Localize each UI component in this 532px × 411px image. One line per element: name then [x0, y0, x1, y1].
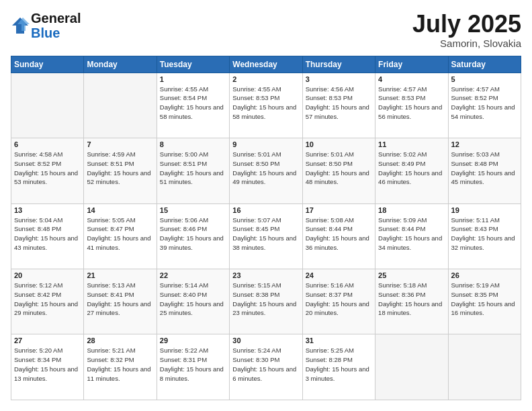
day-number: 24: [306, 271, 372, 279]
cell-info: Sunrise: 4:56 AMSunset: 8:53 PMDaylight:…: [306, 85, 372, 122]
table-row: 17Sunrise: 5:08 AMSunset: 8:44 PMDayligh…: [302, 203, 375, 269]
table-row: 20Sunrise: 5:12 AMSunset: 8:42 PMDayligh…: [11, 269, 84, 334]
cell-info: Sunrise: 5:16 AMSunset: 8:37 PMDaylight:…: [306, 281, 372, 318]
title-block: July 2025 Samorin, Slovakia: [412, 11, 521, 49]
cell-info: Sunrise: 5:24 AMSunset: 8:30 PMDaylight:…: [232, 346, 299, 383]
table-row: [11, 73, 84, 138]
cell-info: Sunrise: 5:21 AMSunset: 8:32 PMDaylight:…: [87, 346, 153, 383]
day-number: 5: [451, 75, 518, 83]
day-number: 18: [378, 206, 445, 214]
table-row: 28Sunrise: 5:21 AMSunset: 8:32 PMDayligh…: [84, 334, 157, 400]
calendar-header-row: Sunday Monday Tuesday Wednesday Thursday…: [11, 56, 521, 73]
table-row: 1Sunrise: 4:55 AMSunset: 8:54 PMDaylight…: [157, 73, 229, 138]
table-row: 5Sunrise: 4:57 AMSunset: 8:52 PMDaylight…: [448, 73, 521, 138]
day-number: 19: [451, 206, 518, 214]
day-number: 22: [160, 271, 226, 279]
day-number: 17: [306, 206, 372, 214]
calendar-table: Sunday Monday Tuesday Wednesday Thursday…: [11, 56, 521, 400]
table-row: 27Sunrise: 5:20 AMSunset: 8:34 PMDayligh…: [11, 334, 84, 400]
month-year-title: July 2025: [412, 11, 521, 38]
table-row: 14Sunrise: 5:05 AMSunset: 8:47 PMDayligh…: [84, 203, 157, 269]
logo: General Blue: [11, 11, 81, 40]
table-row: 21Sunrise: 5:13 AMSunset: 8:41 PMDayligh…: [84, 269, 157, 334]
day-number: 2: [232, 75, 299, 83]
table-row: 15Sunrise: 5:06 AMSunset: 8:46 PMDayligh…: [157, 203, 229, 269]
header-wednesday: Wednesday: [230, 56, 302, 73]
day-number: 31: [306, 336, 372, 345]
day-number: 15: [160, 206, 226, 214]
table-row: 26Sunrise: 5:19 AMSunset: 8:35 PMDayligh…: [448, 269, 521, 334]
cell-info: Sunrise: 5:01 AMSunset: 8:50 PMDaylight:…: [306, 150, 372, 187]
calendar-week-row: 1Sunrise: 4:55 AMSunset: 8:54 PMDaylight…: [11, 73, 521, 138]
table-row: 19Sunrise: 5:11 AMSunset: 8:43 PMDayligh…: [448, 203, 521, 269]
day-number: 23: [232, 271, 299, 279]
day-number: 1: [160, 75, 226, 83]
table-row: 30Sunrise: 5:24 AMSunset: 8:30 PMDayligh…: [230, 334, 302, 400]
cell-info: Sunrise: 5:18 AMSunset: 8:36 PMDaylight:…: [378, 281, 445, 318]
header-saturday: Saturday: [448, 56, 521, 73]
calendar-week-row: 6Sunrise: 4:58 AMSunset: 8:52 PMDaylight…: [11, 138, 521, 203]
day-number: 10: [306, 140, 372, 148]
header-monday: Monday: [84, 56, 157, 73]
table-row: 9Sunrise: 5:01 AMSunset: 8:50 PMDaylight…: [230, 138, 302, 203]
table-row: 12Sunrise: 5:03 AMSunset: 8:48 PMDayligh…: [448, 138, 521, 203]
day-number: 4: [378, 75, 445, 83]
table-row: 25Sunrise: 5:18 AMSunset: 8:36 PMDayligh…: [375, 269, 448, 334]
calendar-week-row: 13Sunrise: 5:04 AMSunset: 8:48 PMDayligh…: [11, 203, 521, 269]
cell-info: Sunrise: 5:01 AMSunset: 8:50 PMDaylight:…: [232, 150, 299, 187]
table-row: 16Sunrise: 5:07 AMSunset: 8:45 PMDayligh…: [230, 203, 302, 269]
table-row: 23Sunrise: 5:15 AMSunset: 8:38 PMDayligh…: [230, 269, 302, 334]
cell-info: Sunrise: 5:11 AMSunset: 8:43 PMDaylight:…: [451, 216, 518, 253]
day-number: 21: [87, 271, 153, 279]
cell-info: Sunrise: 5:04 AMSunset: 8:48 PMDaylight:…: [14, 216, 81, 253]
day-number: 26: [451, 271, 518, 279]
table-row: [375, 334, 448, 400]
cell-info: Sunrise: 5:22 AMSunset: 8:31 PMDaylight:…: [160, 346, 226, 383]
cell-info: Sunrise: 5:06 AMSunset: 8:46 PMDaylight:…: [160, 216, 226, 253]
day-number: 13: [14, 206, 81, 214]
cell-info: Sunrise: 5:12 AMSunset: 8:42 PMDaylight:…: [14, 281, 81, 318]
header-tuesday: Tuesday: [157, 56, 229, 73]
table-row: 13Sunrise: 5:04 AMSunset: 8:48 PMDayligh…: [11, 203, 84, 269]
day-number: 28: [87, 336, 153, 345]
day-number: 3: [306, 75, 372, 83]
table-row: 29Sunrise: 5:22 AMSunset: 8:31 PMDayligh…: [157, 334, 229, 400]
logo-blue-text: Blue: [31, 26, 60, 40]
day-number: 11: [378, 140, 445, 148]
logo-general-text: General: [31, 11, 81, 26]
table-row: 24Sunrise: 5:16 AMSunset: 8:37 PMDayligh…: [302, 269, 375, 334]
table-row: [84, 73, 157, 138]
cell-info: Sunrise: 5:20 AMSunset: 8:34 PMDaylight:…: [14, 346, 81, 383]
cell-info: Sunrise: 5:19 AMSunset: 8:35 PMDaylight:…: [451, 281, 518, 318]
cell-info: Sunrise: 5:03 AMSunset: 8:48 PMDaylight:…: [451, 150, 518, 187]
cell-info: Sunrise: 5:13 AMSunset: 8:41 PMDaylight:…: [87, 281, 153, 318]
cell-info: Sunrise: 4:55 AMSunset: 8:54 PMDaylight:…: [160, 85, 226, 122]
cell-info: Sunrise: 5:07 AMSunset: 8:45 PMDaylight:…: [232, 216, 299, 253]
table-row: 22Sunrise: 5:14 AMSunset: 8:40 PMDayligh…: [157, 269, 229, 334]
cell-info: Sunrise: 4:55 AMSunset: 8:53 PMDaylight:…: [232, 85, 299, 122]
day-number: 12: [451, 140, 518, 148]
header: General Blue July 2025 Samorin, Slovakia: [11, 11, 521, 49]
cell-info: Sunrise: 5:14 AMSunset: 8:40 PMDaylight:…: [160, 281, 226, 318]
header-sunday: Sunday: [11, 56, 84, 73]
header-thursday: Thursday: [302, 56, 375, 73]
cell-info: Sunrise: 4:58 AMSunset: 8:52 PMDaylight:…: [14, 150, 81, 187]
table-row: 18Sunrise: 5:09 AMSunset: 8:44 PMDayligh…: [375, 203, 448, 269]
day-number: 29: [160, 336, 226, 345]
cell-info: Sunrise: 4:57 AMSunset: 8:52 PMDaylight:…: [451, 85, 518, 122]
day-number: 30: [232, 336, 299, 345]
day-number: 25: [378, 271, 445, 279]
page: General Blue July 2025 Samorin, Slovakia…: [0, 0, 532, 411]
table-row: 2Sunrise: 4:55 AMSunset: 8:53 PMDaylight…: [230, 73, 302, 138]
table-row: 3Sunrise: 4:56 AMSunset: 8:53 PMDaylight…: [302, 73, 375, 138]
logo-icon: [11, 16, 30, 35]
table-row: 8Sunrise: 5:00 AMSunset: 8:51 PMDaylight…: [157, 138, 229, 203]
day-number: 6: [14, 140, 81, 148]
cell-info: Sunrise: 5:09 AMSunset: 8:44 PMDaylight:…: [378, 216, 445, 253]
table-row: 4Sunrise: 4:57 AMSunset: 8:53 PMDaylight…: [375, 73, 448, 138]
day-number: 8: [160, 140, 226, 148]
header-friday: Friday: [375, 56, 448, 73]
table-row: 10Sunrise: 5:01 AMSunset: 8:50 PMDayligh…: [302, 138, 375, 203]
calendar-week-row: 27Sunrise: 5:20 AMSunset: 8:34 PMDayligh…: [11, 334, 521, 400]
cell-info: Sunrise: 5:02 AMSunset: 8:49 PMDaylight:…: [378, 150, 445, 187]
